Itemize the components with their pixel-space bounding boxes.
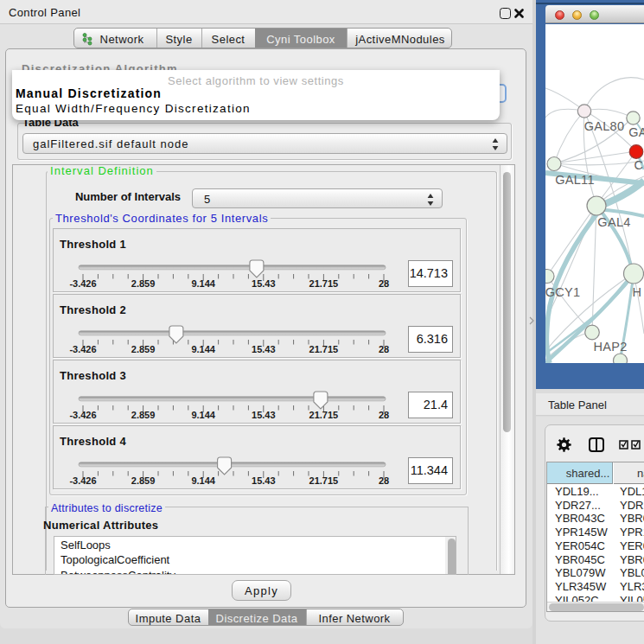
svg-text:-3.426: -3.426 [69, 410, 96, 420]
svg-text:2.859: 2.859 [131, 475, 156, 486]
svg-text:28: 28 [379, 475, 389, 486]
svg-text:9.144: 9.144 [191, 278, 215, 289]
svg-text:2.859: 2.859 [131, 344, 156, 354]
svg-text:15.43: 15.43 [252, 344, 276, 354]
svg-text:28: 28 [379, 278, 389, 289]
svg-text:2.859: 2.859 [131, 410, 156, 420]
svg-text:GAL80: GAL80 [584, 119, 625, 133]
svg-text:21.715: 21.715 [309, 278, 339, 289]
svg-text:28: 28 [379, 344, 389, 354]
svg-text:-3.426: -3.426 [69, 475, 96, 486]
svg-text:-3.426: -3.426 [69, 278, 96, 289]
svg-text:GAL11: GAL11 [555, 173, 595, 187]
svg-text:GAL4: GAL4 [597, 215, 630, 229]
svg-text:21.715: 21.715 [309, 344, 339, 354]
svg-text:H: H [633, 285, 642, 299]
svg-text:21.715: 21.715 [309, 475, 339, 486]
svg-text:15.43: 15.43 [252, 475, 276, 486]
svg-text:9.144: 9.144 [191, 475, 215, 486]
svg-text:2.859: 2.859 [131, 278, 156, 289]
svg-text:9.144: 9.144 [191, 410, 215, 420]
svg-text:15.43: 15.43 [252, 410, 276, 420]
svg-text:21.715: 21.715 [309, 410, 339, 420]
svg-text:GA: GA [628, 125, 644, 139]
svg-text:-3.426: -3.426 [69, 344, 96, 354]
svg-text:15.43: 15.43 [252, 278, 276, 289]
svg-text:28: 28 [379, 410, 389, 420]
svg-text:GCY1: GCY1 [545, 285, 580, 299]
svg-text:C: C [634, 158, 644, 172]
svg-text:HAP2: HAP2 [593, 340, 627, 354]
svg-text:9.144: 9.144 [191, 344, 215, 354]
